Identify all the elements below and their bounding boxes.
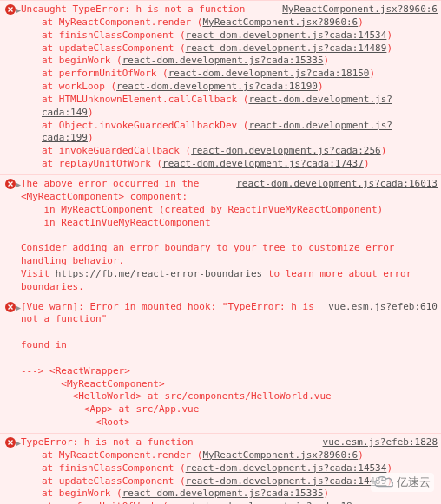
body-line: <HelloWorld> at src/components/HelloWorl… — [21, 390, 438, 403]
error-headline: [Vue warn]: Error in mounted hook: "Type… — [21, 301, 314, 325]
stack-frame: at Object.invokeGuardedCallbackDev (reac… — [42, 120, 438, 146]
body-line — [21, 229, 438, 242]
stack-link[interactable]: react-dom.development.js?cada:149 — [42, 94, 392, 118]
expand-arrow-icon[interactable]: ▶ — [16, 302, 21, 314]
body-line: in MyReactComponent (created by ReactInV… — [21, 204, 438, 217]
body-line: Visit https://fb.me/react-error-boundari… — [21, 268, 438, 294]
body-line: in ReactInVueMyReactComponent — [21, 217, 438, 230]
stack-frame: at replayUnitOfWork (react-dom.developme… — [42, 158, 438, 171]
console-error[interactable]: ▶ vue.esm.js?efeb:610 [Vue warn]: Error … — [0, 298, 441, 433]
stack-frame: at MyReactComponent.render (MyReactCompo… — [42, 449, 438, 462]
body-line: <MyReactComponent> — [21, 378, 438, 391]
stack-frame: at workLoop (react-dom.development.js?ca… — [42, 81, 438, 94]
stack-link[interactable]: react-dom.development.js?cada:14534 — [186, 462, 387, 474]
stack-frame: at MyReactComponent.render (MyReactCompo… — [42, 16, 438, 29]
cloud-icon — [374, 475, 393, 489]
error-icon — [5, 4, 16, 15]
stack-frame: at performUnitOfWork (react-dom.developm… — [42, 501, 438, 504]
error-headline: TypeError: h is not a function — [21, 436, 194, 448]
console-error[interactable]: ▶ react-dom.development.js?cada:16013 Th… — [0, 174, 441, 298]
body-line: <App> at src/App.vue — [21, 403, 438, 416]
console-error[interactable]: ▶ MyReactComponent.jsx?8960:6 Uncaught T… — [0, 0, 441, 174]
stack-frame: at updateClassComponent (react-dom.devel… — [42, 43, 438, 56]
body-line — [21, 352, 438, 365]
error-icon — [5, 179, 16, 189]
expand-arrow-icon[interactable]: ▶ — [16, 179, 21, 191]
source-link[interactable]: vue.esm.js?efeb:1828 — [323, 436, 438, 449]
error-icon — [5, 437, 16, 448]
stack-link[interactable]: react-dom.development.js?cada:14534 — [186, 29, 387, 41]
stack-link[interactable]: MyReactComponent.jsx?8960:6 — [202, 449, 358, 461]
stack-link[interactable]: react-dom.development.js?cada:14489 — [186, 43, 387, 54]
stack-frame: at invokeGuardedCallback (react-dom.deve… — [42, 145, 438, 158]
stack-link[interactable]: react-dom.development.js?cada:18190 — [116, 81, 318, 92]
stack-link[interactable]: react-dom.development.js?cada:15335 — [122, 488, 324, 499]
body-line: ---> <ReactWrapper> — [21, 365, 438, 378]
inline-link[interactable]: https://fb.me/react-error-boundaries — [56, 268, 262, 279]
stack-frame: at performUnitOfWork (react-dom.developm… — [42, 68, 438, 81]
console-panel: ▶ MyReactComponent.jsx?8960:6 Uncaught T… — [0, 0, 441, 504]
stack-link[interactable]: react-dom.development.js?cada:256 — [191, 145, 381, 156]
expand-arrow-icon[interactable]: ▶ — [16, 437, 21, 449]
stack-link[interactable]: react-dom.development.js?cada:18 — [168, 501, 352, 504]
stack-link[interactable]: react-dom.development.js?cada:199 — [42, 120, 392, 144]
watermark: 亿速云 — [371, 473, 434, 492]
stack-trace: at MyReactComponent.render (MyReactCompo… — [42, 16, 438, 171]
source-link[interactable]: vue.esm.js?efeb:610 — [328, 301, 438, 314]
error-body: found in ---> <ReactWrapper> <MyReactCom… — [21, 326, 438, 429]
stack-link[interactable]: react-dom.development.js?cada:15335 — [122, 55, 324, 66]
error-headline: The above error occurred in the — [21, 178, 199, 189]
body-line — [21, 326, 438, 339]
source-link[interactable]: react-dom.development.js?cada:16013 — [236, 178, 438, 191]
stack-frame: at finishClassComponent (react-dom.devel… — [42, 29, 438, 43]
error-headline: Uncaught TypeError: h is not a function — [21, 3, 245, 15]
body-line: <Root> — [21, 416, 438, 429]
watermark-text: 亿速云 — [397, 475, 431, 490]
stack-link[interactable]: react-dom.development.js?cada:18150 — [168, 68, 370, 79]
stack-link[interactable]: MyReactComponent.jsx?8960:6 — [202, 16, 358, 28]
stack-frame: at HTMLUnknownElement.callCallback (reac… — [42, 94, 438, 120]
source-link[interactable]: MyReactComponent.jsx?8960:6 — [282, 3, 438, 16]
expand-arrow-icon[interactable]: ▶ — [16, 4, 21, 16]
body-line: <MyReactComponent> component: — [21, 191, 438, 204]
body-line: found in — [21, 339, 438, 352]
error-body: <MyReactComponent> component: in MyReact… — [21, 191, 438, 294]
stack-link[interactable]: react-dom.development.js?cada:17437 — [162, 158, 364, 169]
console-error[interactable]: ▶ vue.esm.js?efeb:1828 TypeError: h is n… — [0, 433, 441, 504]
body-line: Consider adding an error boundary to you… — [21, 242, 438, 268]
stack-frame: at beginWork (react-dom.development.js?c… — [42, 55, 438, 68]
error-icon — [5, 302, 16, 312]
stack-link[interactable]: react-dom.development.js?cada:14489 — [186, 475, 387, 487]
